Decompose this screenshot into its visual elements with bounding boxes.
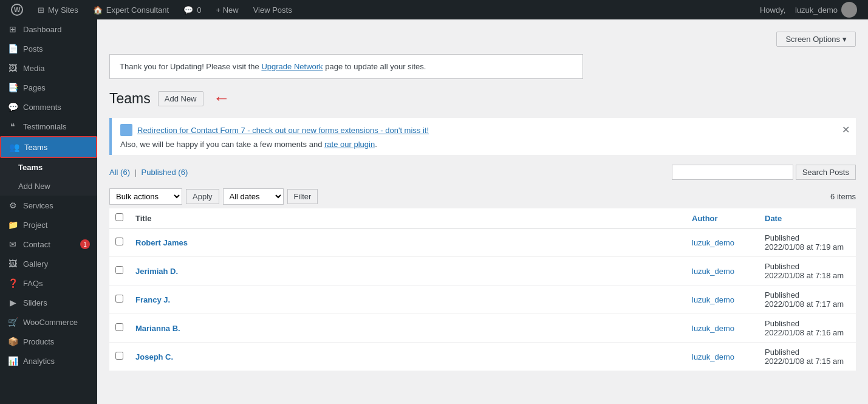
actions-bar: Bulk actions Apply All dates Filter 6 it… [109,188,856,205]
sidebar-item-label: Media [23,64,44,73]
table-row: Jerimiah D. luzuk_demo Published 2022/01… [109,257,856,286]
my-sites-item[interactable]: ⊞ My Sites [32,0,84,19]
bulk-actions-select[interactable]: Bulk actions [109,188,182,205]
faqs-icon: ❓ [7,278,18,288]
search-posts-input[interactable] [672,165,793,180]
sidebar-item-label: Services [23,201,53,210]
col-date-header[interactable]: Date [759,208,856,228]
sidebar-subitem-teams-add[interactable]: Add New [0,177,97,196]
admin-bar: W ⊞ My Sites 🏠 Expert Consultant 💬 0 + N… [0,0,868,19]
sidebar-item-label: Sliders [23,298,47,307]
col-checkbox [109,208,129,228]
row-checkbox[interactable] [115,352,123,360]
my-sites-label: My Sites [48,5,78,15]
comments-item[interactable]: 💬 0 [177,0,207,19]
table-header-row: Title Author Date [109,208,856,228]
plugin-notice-link[interactable]: Redirection for Contact Form 7 - check o… [137,126,429,135]
page-title: Teams [109,91,151,107]
new-item[interactable]: + New [210,0,244,19]
sidebar-item-analytics[interactable]: 📊 Analytics [0,351,97,371]
sidebar-item-services[interactable]: ⚙ Services [0,196,97,215]
comments-icon: 💬 [183,5,193,15]
sidebar-item-posts[interactable]: 📄 Posts [0,39,97,58]
sidebar-item-contact[interactable]: ✉ Contact 1 [0,235,97,254]
sidebar-item-pages[interactable]: 📑 Pages [0,78,97,97]
sidebar-item-faqs[interactable]: ❓ FAQs [0,273,97,293]
pub-status: Published [765,348,850,357]
col-author-header[interactable]: Author [686,208,759,228]
author-link[interactable]: luzuk_demo [692,238,734,247]
services-icon: ⚙ [7,200,18,210]
filter-published-link[interactable]: Published (6) [142,168,188,177]
row-checkbox[interactable] [115,238,123,245]
sidebar-item-media[interactable]: 🖼 Media [0,58,97,78]
rate-plugin-link[interactable]: rate our plugin [324,140,375,149]
row-author-cell: luzuk_demo [686,257,759,286]
table-row: Joseph C. luzuk_demo Published 2022/01/0… [109,343,856,371]
screen-options-button[interactable]: Screen Options ▾ [776,32,856,47]
sidebar-item-testimonials[interactable]: ❝ Testimonials [0,117,97,136]
view-posts-item[interactable]: View Posts [247,0,298,19]
contact-badge: 1 [80,239,90,249]
sidebar-item-dashboard[interactable]: ⊞ Dashboard [0,19,97,39]
sidebar-item-label: Analytics [23,357,55,366]
sidebar-item-comments[interactable]: 💬 Comments [0,97,97,117]
author-link[interactable]: luzuk_demo [692,295,734,304]
table-row: Robert James luzuk_demo Published 2022/0… [109,228,856,257]
home-icon: 🏠 [93,5,103,15]
sidebar-subitem-teams-all[interactable]: Teams [0,158,97,177]
post-title-link[interactable]: Francy J. [135,295,170,304]
testimonials-icon: ❝ [7,122,18,131]
dates-select[interactable]: All dates [223,188,284,205]
sidebar-item-sliders[interactable]: ▶ Sliders [0,293,97,312]
submenu-teams-label: Teams [18,163,43,172]
row-checkbox-cell [109,286,129,314]
table-row: Marianna B. luzuk_demo Published 2022/01… [109,314,856,343]
author-link[interactable]: luzuk_demo [692,352,734,361]
plugin-notice-body: Also, we will be happy if you can take a… [120,140,847,149]
post-title-link[interactable]: Joseph C. [135,352,173,361]
upgrade-network-link[interactable]: Upgrade Network [261,62,323,71]
sidebar-item-gallery[interactable]: 🖼 Gallery [0,254,97,273]
post-title-link[interactable]: Jerimiah D. [135,267,178,276]
username: luzuk_demo [795,5,838,15]
posts-table-body: Robert James luzuk_demo Published 2022/0… [109,228,856,371]
post-title-link[interactable]: Robert James [135,238,188,247]
pub-date: 2022/01/08 at 7:19 am [765,242,850,252]
add-new-button[interactable]: Add New [158,91,203,106]
comments-count: 0 [197,5,201,15]
row-checkbox[interactable] [115,266,123,274]
arrow-indicator: ← [213,89,230,108]
woocommerce-icon: 🛒 [7,317,18,327]
row-title-cell: Jerimiah D. [129,257,686,286]
author-link[interactable]: luzuk_demo [692,267,734,276]
post-title-link[interactable]: Marianna B. [135,324,180,333]
pub-date: 2022/01/08 at 7:15 am [765,357,850,366]
search-posts-button[interactable]: Search Posts [796,165,856,180]
wp-logo-item[interactable]: W [5,0,29,19]
filter-button[interactable]: Filter [287,189,318,204]
page-header: Teams Add New ← [109,89,856,108]
row-checkbox-cell [109,343,129,371]
row-checkbox[interactable] [115,323,123,331]
select-all-checkbox[interactable] [115,213,123,221]
analytics-icon: 📊 [7,356,18,366]
plugin-notice-close[interactable]: ✕ [842,124,850,135]
sidebar-item-teams[interactable]: 👥 Teams [0,136,97,158]
plugin-notice-text2: Also, we will be happy if you can take a… [120,140,322,149]
tablenav-left: Bulk actions Apply All dates Filter [109,188,318,205]
row-checkbox[interactable] [115,295,123,303]
sidebar-item-products[interactable]: 📦 Products [0,332,97,351]
row-author-cell: luzuk_demo [686,343,759,371]
posts-icon: 📄 [7,44,18,53]
site-name-item[interactable]: 🏠 Expert Consultant [87,0,175,19]
row-date-cell: Published 2022/01/08 at 7:19 am [759,228,856,257]
sidebar-item-woocommerce[interactable]: 🛒 WooCommerce [0,312,97,332]
sidebar-item-project[interactable]: 📁 Project [0,215,97,235]
filter-all-link[interactable]: All (6) [109,168,130,177]
author-link[interactable]: luzuk_demo [692,324,734,333]
apply-button[interactable]: Apply [186,189,219,204]
chevron-down-icon: ▾ [842,35,847,44]
plugin-notice-header: Redirection for Contact Form 7 - check o… [120,124,847,136]
pub-date: 2022/01/08 at 7:17 am [765,300,850,309]
